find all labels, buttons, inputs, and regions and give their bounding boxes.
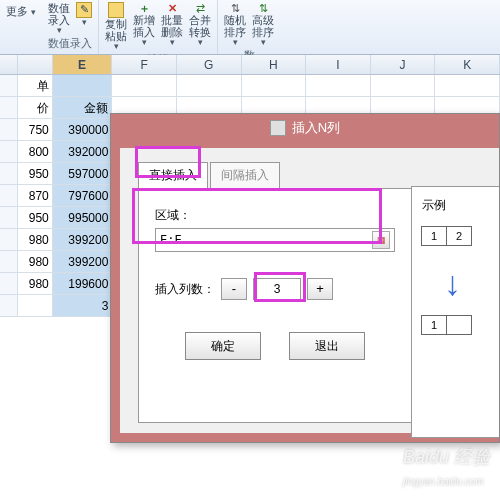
range-picker-icon[interactable]: ▦ (372, 231, 390, 249)
ok-button[interactable]: 确定 (185, 332, 261, 360)
tab-direct-insert[interactable]: 直接插入 (138, 162, 208, 188)
cancel-button[interactable]: 退出 (289, 332, 365, 360)
count-value[interactable]: 3 (253, 278, 301, 300)
ribbon-merge[interactable]: ⇄合并 转换▾ (189, 2, 211, 52)
insert-columns-dialog: 插入N列 直接插入 间隔插入 区域： ▦ 插入列数： - 3 + 确定 退出 (110, 113, 500, 443)
ribbon-edit-icon[interactable]: ✎▾ (76, 2, 92, 36)
column-headers[interactable]: E F G H I J K (0, 55, 500, 75)
count-label: 插入列数： (155, 281, 215, 298)
example-title: 示例 (422, 197, 499, 214)
range-input[interactable] (160, 233, 340, 247)
ribbon-insert[interactable]: ＋新增 插入▾ (133, 2, 155, 52)
count-decrement[interactable]: - (221, 278, 247, 300)
ribbon-random[interactable]: ⇅随机 排序▾ (224, 2, 246, 48)
ribbon-more[interactable]: 更多 ▾ (0, 0, 42, 23)
example-panel: 示例 1 2 ↓ 1 (411, 186, 499, 438)
group-label-numinput: 数值录入 (48, 36, 92, 53)
dialog-title-text: 插入N列 (292, 114, 340, 142)
count-increment[interactable]: + (307, 278, 333, 300)
watermark: Baidu 经验 jingyan.baidu.com (403, 445, 490, 490)
table-row[interactable]: 单 (0, 75, 500, 97)
ribbon-delete[interactable]: ✕批量 删除▾ (161, 2, 183, 52)
range-label: 区域： (155, 207, 395, 224)
tab-interval-insert[interactable]: 间隔插入 (210, 162, 280, 188)
dialog-icon (270, 120, 286, 136)
ribbon-copy[interactable]: 复制 粘贴▾ (105, 2, 127, 52)
dialog-titlebar[interactable]: 插入N列 (111, 114, 499, 142)
ribbon-advsort[interactable]: ⇅高级 排序▾ (252, 2, 274, 48)
ribbon-numinput[interactable]: 数值 录入▾ (48, 2, 70, 36)
down-arrow-icon: ↓ (444, 264, 499, 303)
